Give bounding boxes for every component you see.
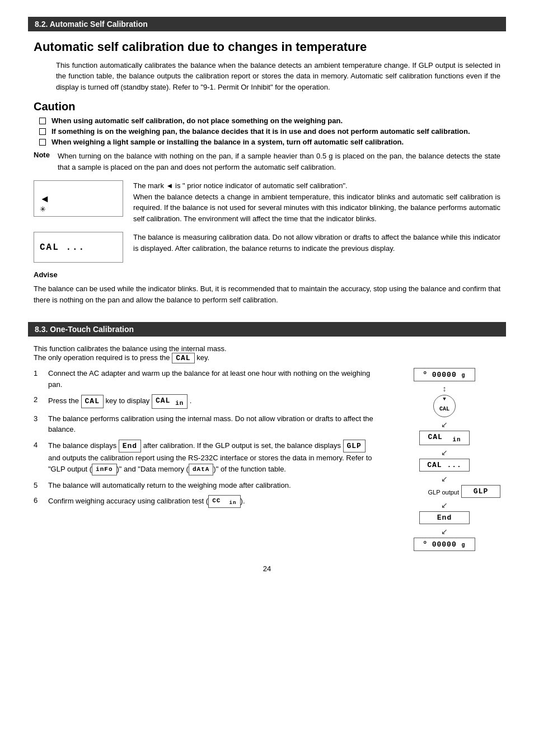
page-number: 24 bbox=[28, 564, 506, 573]
data-display: dAtA bbox=[189, 464, 213, 475]
diag-display-1: o 00000 g bbox=[414, 368, 475, 381]
caution-list: When using automatic self calibration, d… bbox=[34, 116, 500, 146]
step-6: 6 Confirm weighing accuracy using calibr… bbox=[34, 495, 377, 508]
diag-row-1: o 00000 g bbox=[414, 368, 475, 382]
section-82-header: 8.2. Automatic Self Calibration bbox=[28, 17, 506, 31]
note-section: Note When turning on the balance with no… bbox=[34, 151, 500, 172]
diag-arrow-6: ↙ bbox=[441, 526, 448, 536]
cal-display-text: CAL ... bbox=[40, 242, 85, 253]
steps-text: 1 Connect the AC adapter and warm up the… bbox=[34, 368, 377, 553]
advise-text: The balance can be used while the indica… bbox=[34, 283, 500, 305]
end-display: End bbox=[119, 440, 141, 453]
cal-indicator-display: CAL ... bbox=[34, 232, 123, 263]
diag-display-final: o 00000 g bbox=[414, 538, 475, 551]
glp-display: GLP bbox=[343, 440, 366, 453]
caution-heading: Caution bbox=[34, 100, 500, 113]
diag-arrow-2: ↙ bbox=[441, 419, 448, 430]
note-text: When turning on the balance with nothing… bbox=[58, 151, 500, 172]
section-83: 8.3. One-Touch Calibration This function… bbox=[28, 322, 506, 553]
diag-display-glp: GLP bbox=[461, 485, 500, 498]
diag-row-3: CAL ... bbox=[419, 459, 470, 473]
section-82-main-heading: Automatic self calibration due to change… bbox=[34, 39, 500, 55]
diag-arrow-5: ↙ bbox=[441, 500, 448, 510]
snowflake-icon: ✳ bbox=[40, 206, 46, 213]
cal-key-intro: CAL bbox=[172, 353, 194, 363]
diag-display-end: End bbox=[419, 511, 470, 524]
step-4: 4 The balance displays End after calibra… bbox=[34, 440, 377, 475]
cal-display-row: CAL ... The balance is measuring calibra… bbox=[34, 232, 500, 263]
glp-output-label: GLP output bbox=[428, 489, 459, 496]
step-2: 2 Press the CAL key to display CAL in . bbox=[34, 394, 377, 409]
diag-display-cal-in: CAL in bbox=[419, 431, 470, 445]
diag-row-5: End bbox=[419, 511, 470, 525]
cal-in-display: CAL in bbox=[152, 394, 188, 409]
arrow-icon: ◄ bbox=[40, 194, 50, 204]
diag-display-cal-dots: CAL ... bbox=[419, 459, 470, 472]
prior-notice-display: ◄ ✳ bbox=[34, 180, 123, 217]
bullet-icon bbox=[39, 139, 46, 146]
diag-arrow-4: ↙ bbox=[441, 474, 448, 484]
caution-item-1: When using automatic self calibration, d… bbox=[34, 116, 500, 125]
bullet-icon bbox=[39, 128, 46, 135]
step-1: 1 Connect the AC adapter and warm up the… bbox=[34, 368, 377, 390]
info-display: inFo bbox=[92, 464, 116, 475]
step-list: 1 Connect the AC adapter and warm up the… bbox=[34, 368, 377, 508]
steps-container: 1 Connect the AC adapter and warm up the… bbox=[34, 368, 500, 553]
section-82: 8.2. Automatic Self Calibration Automati… bbox=[28, 17, 506, 305]
section-82-body: This function automatically calibrates t… bbox=[34, 60, 500, 93]
diag-cal-button-row: CAL bbox=[433, 395, 456, 418]
cc-in-display: CC in bbox=[208, 495, 240, 508]
note-label: Note bbox=[34, 151, 50, 172]
advise-heading: Advise bbox=[34, 270, 500, 279]
diag-cal-button[interactable]: CAL bbox=[433, 395, 456, 417]
step-3: 3 The balance performs calibration using… bbox=[34, 413, 377, 435]
cal-display-desc: The balance is measuring calibration dat… bbox=[133, 232, 500, 254]
caution-item-3: When weighing a light sample or installi… bbox=[34, 138, 500, 146]
section-83-intro: This function calibrates the balance usi… bbox=[34, 344, 500, 363]
prior-notice-row: ◄ ✳ The mark ◄ is " prior notice indicat… bbox=[34, 180, 500, 224]
steps-diagram: o 00000 g ↕ CAL ↙ CAL in bbox=[388, 368, 500, 553]
cal-key-step2: CAL bbox=[81, 395, 104, 408]
prior-notice-text: The mark ◄ is " prior notice indicator o… bbox=[133, 180, 500, 224]
diag-arrow-1: ↕ bbox=[443, 384, 447, 394]
caution-item-2: If something is on the weighing pan, the… bbox=[34, 127, 500, 136]
section-83-header: 8.3. One-Touch Calibration bbox=[28, 322, 506, 337]
diag-arrow-3: ↙ bbox=[441, 447, 448, 458]
diag-row-6: o 00000 g bbox=[414, 538, 475, 552]
step-5: 5 The balance will automatically return … bbox=[34, 480, 377, 491]
bullet-icon bbox=[39, 118, 46, 124]
diag-row-2: CAL in bbox=[419, 431, 470, 446]
